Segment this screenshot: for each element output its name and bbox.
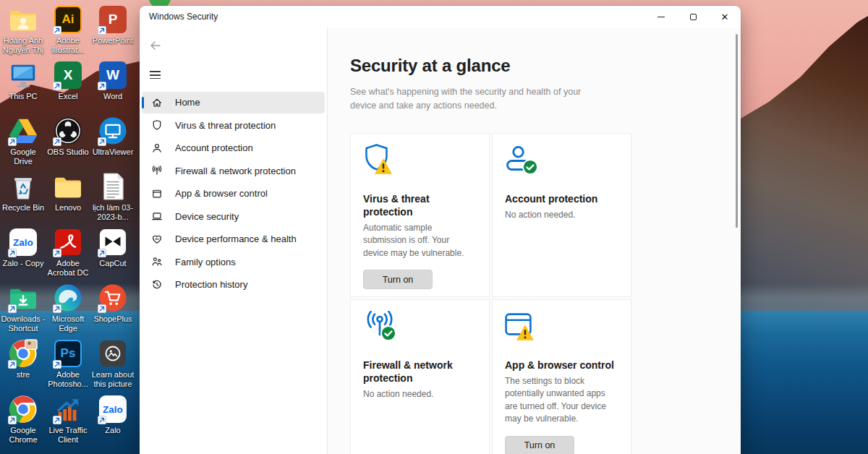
desktop-icon-label: Hoàng Anh Nguyễn Thị (1, 36, 46, 54)
card-description: No action needed. (505, 209, 618, 222)
shortcut-arrow-icon (8, 304, 17, 313)
desktop-icon-powerpoint[interactable]: P PowerPoint (90, 4, 135, 60)
sidebar: Home Virus & threat protection Account p… (140, 27, 327, 454)
card-title: Virus & threat protection (363, 193, 477, 219)
back-button[interactable] (147, 38, 164, 56)
titlebar[interactable]: Windows Security ✕ (140, 6, 741, 27)
desktop-icon-adobe-photosho[interactable]: Ps Adobe Photosho... (46, 338, 90, 394)
desktop-icon-learn-about-this-picture[interactable]: Learn about this picture (90, 338, 135, 394)
shortcut-arrow-icon (53, 360, 61, 369)
close-button[interactable]: ✕ (709, 6, 741, 27)
sidebar-nav: Home Virus & threat protection Account p… (140, 92, 327, 296)
laptop-icon (151, 210, 163, 222)
desktop-icon-stre[interactable]: stre (1, 338, 46, 394)
desktop-icon-label: Excel (59, 92, 78, 101)
desktop-icon-lenovo[interactable]: Lenovo (46, 171, 90, 227)
desktop-icon-label: Live Traffic Client (46, 426, 90, 444)
sidebar-item-firewall-network-protection[interactable]: Firewall & network protection (142, 160, 325, 181)
desktop-icon-ho-ng-anh-nguy-n-th[interactable]: Hoàng Anh Nguyễn Thị (1, 4, 46, 60)
zalo-icon: Zalo (98, 394, 128, 424)
card-title: Firewall & network protection (363, 359, 477, 385)
desktop-icon-capcut[interactable]: CapCut (90, 227, 135, 283)
google-drive-icon (8, 116, 38, 146)
shortcut-arrow-icon (53, 249, 61, 257)
sidebar-item-label: Protection history (175, 279, 247, 290)
minimize-icon (658, 17, 665, 17)
desktop-icon-google-drive[interactable]: Google Drive (1, 116, 46, 171)
card-description: No action needed. (363, 388, 477, 401)
desktop-icon-l-ch-l-m-03-2023-b[interactable]: lịch làm 03-2023-b... (90, 171, 135, 227)
desktop-icon-label: lịch làm 03-2023-b... (90, 203, 135, 221)
person-icon (151, 142, 163, 154)
card-app-browser-control[interactable]: App & browser control The settings to bl… (492, 299, 631, 454)
capcut-icon (98, 227, 128, 257)
sidebar-item-device-performance-health[interactable]: Device performance & health (142, 228, 325, 250)
browser-warning-icon (505, 309, 542, 343)
sidebar-item-home[interactable]: Home (142, 92, 325, 113)
desktop-icon-this-pc[interactable]: This PC (1, 60, 46, 116)
shortcut-arrow-icon (53, 416, 61, 424)
desktop-icon-label: stre (17, 370, 30, 380)
acrobat-icon (53, 227, 83, 257)
desktop-icon-adobe-acrobat-dc[interactable]: Adobe Acrobat DC (46, 227, 90, 283)
card-firewall-network-protection[interactable]: Firewall & network protection No action … (350, 299, 490, 454)
zalo-icon: Zalo (8, 227, 38, 257)
desktop-icon-live-traffic-client[interactable]: Live Traffic Client (46, 394, 90, 450)
sidebar-item-device-security[interactable]: Device security (142, 205, 325, 227)
menu-button[interactable] (147, 66, 163, 85)
shield-icon (151, 119, 163, 131)
desktop-icon-ultraviewer[interactable]: UltraViewer (90, 116, 135, 171)
shortcut-arrow-icon (98, 137, 106, 146)
vertical-scrollbar[interactable] (736, 34, 738, 228)
shortcut-arrow-icon (53, 137, 61, 146)
desktop-icon-microsoft-edge[interactable]: Microsoft Edge (46, 283, 90, 338)
page-subtitle: See what's happening with the security a… (350, 85, 590, 113)
desktop-icon-label: PowerPoint (93, 36, 133, 46)
this-pc-icon (8, 60, 38, 90)
sidebar-item-account-protection[interactable]: Account protection (142, 137, 325, 159)
desktop-icon-label: Adobe Photosho... (46, 370, 90, 388)
shortcut-arrow-icon (98, 416, 106, 424)
desktop-icon-zalo-copy[interactable]: Zalo Zalo - Copy (1, 227, 46, 283)
card-description: The settings to block potentially unwant… (505, 375, 618, 426)
sidebar-item-protection-history[interactable]: Protection history (142, 274, 325, 296)
network-signal-icon (151, 165, 163, 176)
desktop-icon-label: Adobe Illustrat... (46, 36, 90, 54)
maximize-button[interactable] (677, 6, 709, 27)
turn-on-button[interactable]: Turn on (363, 270, 433, 289)
card-virus-threat-protection[interactable]: Virus & threat protection Automatic samp… (350, 133, 490, 297)
minimize-button[interactable] (645, 6, 677, 27)
desktop-icon-label: Zalo (105, 426, 120, 435)
desktop-icon-label: This PC (9, 92, 37, 101)
shortcut-arrow-icon (8, 416, 17, 424)
sidebar-item-label: Device security (175, 211, 239, 222)
desktop-icon-grid: Hoàng Anh Nguyễn Thị Ai Adobe Illustrat.… (1, 4, 135, 450)
document-icon (98, 171, 128, 202)
desktop-icon-adobe-illustrat[interactable]: Ai Adobe Illustrat... (46, 4, 90, 60)
desktop-icon-label: Learn about this picture (90, 370, 135, 388)
illustrator-icon: Ai (53, 4, 83, 35)
windows-security-window: Windows Security ✕ (140, 6, 741, 454)
sidebar-item-family-options[interactable]: Family options (142, 251, 325, 273)
desktop-icon-recycle-bin[interactable]: Recycle Bin (1, 171, 46, 227)
desktop-icon-zalo[interactable]: Zalo Zalo (90, 394, 135, 450)
desktop-icon-label: Recycle Bin (2, 203, 44, 213)
excel-icon: X (53, 60, 83, 90)
card-account-protection[interactable]: Account protection No action needed. (492, 133, 631, 297)
ultraviewer-icon (98, 116, 128, 146)
desktop-icon-word[interactable]: W Word (90, 60, 135, 116)
shortcut-arrow-icon (8, 249, 17, 257)
desktop-icon-label: Lenovo (55, 203, 81, 213)
desktop-icon-obs-studio[interactable]: OBS Studio (46, 116, 90, 171)
desktop-icon-label: Word (103, 92, 122, 101)
sidebar-item-label: Virus & threat protection (175, 120, 276, 131)
shortcut-arrow-icon (53, 26, 61, 35)
desktop-icon-label: CapCut (99, 259, 126, 268)
sidebar-item-virus-threat-protection[interactable]: Virus & threat protection (142, 114, 325, 136)
desktop-icon-shopeplus[interactable]: ShopePlus (90, 283, 135, 338)
desktop-icon-google-chrome[interactable]: Google Chrome (1, 394, 46, 450)
desktop-icon-downloads-shortcut[interactable]: Downloads - Shortcut (1, 283, 46, 338)
sidebar-item-app-browser-control[interactable]: App & browser control (142, 183, 325, 205)
desktop-icon-excel[interactable]: X Excel (46, 60, 90, 116)
turn-on-button[interactable]: Turn on (505, 436, 574, 454)
